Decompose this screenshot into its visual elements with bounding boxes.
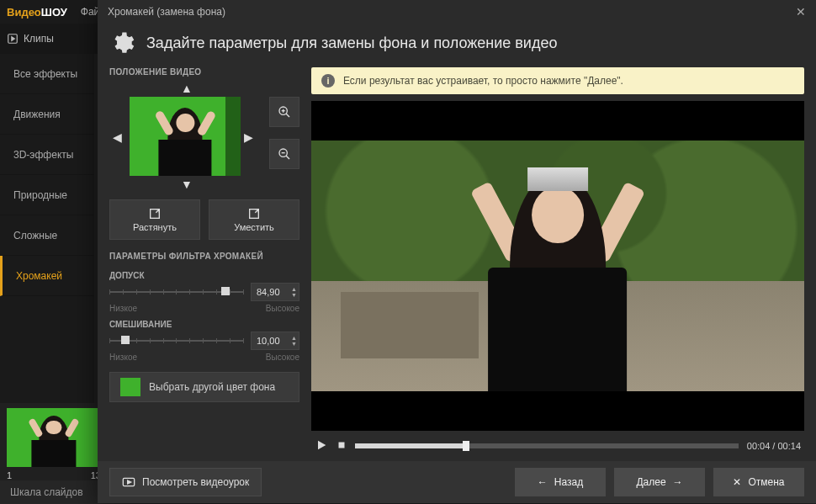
stretch-icon xyxy=(148,207,162,220)
composited-person-icon xyxy=(449,153,666,391)
stop-icon xyxy=(336,440,347,450)
sidebar-item-all-effects[interactable]: Все эффекты xyxy=(0,54,94,94)
clips-label: Клипы xyxy=(24,33,54,45)
seek-bar[interactable] xyxy=(355,443,739,448)
video-preview[interactable] xyxy=(311,101,804,431)
zoom-in-button[interactable] xyxy=(269,97,299,127)
sidebar-item-motion[interactable]: Движения xyxy=(0,94,94,135)
settings-panel: ПОЛОЖЕНИЕ ВИДЕО ▲ ▼ ◀ ▶ xyxy=(109,67,299,461)
svg-marker-16 xyxy=(128,480,131,484)
hint-text: Если результат вас устраивает, то просто… xyxy=(343,75,623,87)
arrow-up-button[interactable]: ▲ xyxy=(181,82,193,95)
info-icon: i xyxy=(321,74,335,88)
main-menu[interactable]: Фай xyxy=(81,6,100,18)
arrow-left-icon: ← xyxy=(538,476,548,488)
sidebar-item-3d[interactable]: 3D-эффекты xyxy=(0,135,94,175)
position-preview[interactable] xyxy=(130,97,241,176)
tolerance-spinner[interactable]: 84,90 ▲▼ xyxy=(251,283,299,301)
dialog-close-button[interactable]: ✕ xyxy=(796,5,806,19)
arrow-right-icon: → xyxy=(673,476,683,488)
fit-button[interactable]: Уместить xyxy=(209,199,299,240)
time-display: 00:04 / 00:14 xyxy=(747,441,801,451)
play-icon xyxy=(315,438,328,452)
blend-slider[interactable] xyxy=(109,331,244,351)
chromakey-params-heading: ПАРАМЕТРЫ ФИЛЬТРА ХРОМАКЕЙ xyxy=(109,252,299,261)
sidebar-item-chromakey[interactable]: Хромакей xyxy=(0,256,94,296)
play-button[interactable] xyxy=(315,438,328,454)
gear-icon xyxy=(109,30,135,56)
hint-bar: i Если результат вас устраивает, то прос… xyxy=(311,67,804,94)
cancel-button[interactable]: ✕ Отмена xyxy=(713,468,804,496)
stretch-button[interactable]: Растянуть xyxy=(109,199,200,240)
app-logo: ВидеоШОУ xyxy=(7,6,67,19)
close-icon: ✕ xyxy=(733,476,741,488)
dialog-header: Задайте параметры для замены фона и поло… xyxy=(98,24,816,67)
svg-rect-14 xyxy=(339,442,345,448)
thumbnail-person-icon xyxy=(25,413,82,467)
video-icon xyxy=(122,476,135,488)
menu-file[interactable]: Фай xyxy=(81,6,100,18)
tutorial-button[interactable]: Посмотреть видеоурок xyxy=(109,468,262,496)
arrow-right-button[interactable]: ▶ xyxy=(244,130,253,144)
arrow-left-button[interactable]: ◀ xyxy=(113,130,122,144)
dialog-titlebar: Хромакей (замена фона) ✕ xyxy=(98,0,816,24)
playback-controls: 00:04 / 00:14 xyxy=(311,431,804,461)
chromakey-dialog: Хромакей (замена фона) ✕ Задайте парамет… xyxy=(98,0,816,503)
clips-button[interactable]: Клипы xyxy=(7,33,54,45)
stop-button[interactable] xyxy=(336,440,347,453)
zoom-out-icon xyxy=(278,147,291,161)
position-heading: ПОЛОЖЕНИЕ ВИДЕО xyxy=(109,67,299,77)
preview-frame xyxy=(311,141,804,391)
sidebar-item-complex[interactable]: Сложные xyxy=(0,215,94,256)
svg-line-9 xyxy=(286,156,289,159)
next-button[interactable]: Далее → xyxy=(614,468,705,496)
svg-line-5 xyxy=(286,114,289,117)
position-control: ▲ ▼ ◀ ▶ xyxy=(109,83,299,193)
blend-label: СМЕШИВАНИЕ xyxy=(109,320,299,329)
sidebar-item-nature[interactable]: Природные xyxy=(0,175,94,215)
dialog-window-title: Хромакей (замена фона) xyxy=(108,6,225,18)
play-icon xyxy=(7,33,19,45)
slide-thumbnail[interactable]: 1 13 xyxy=(7,408,101,467)
preview-person-icon xyxy=(151,103,218,176)
dialog-title: Задайте параметры для замены фона и поло… xyxy=(146,34,557,52)
fit-icon xyxy=(247,207,261,220)
svg-marker-13 xyxy=(318,440,326,449)
back-button[interactable]: ← Назад xyxy=(515,468,606,496)
blend-spinner[interactable]: 10,00 ▲▼ xyxy=(251,332,299,350)
pick-color-label: Выбрать другой цвет фона xyxy=(149,381,275,393)
tolerance-slider[interactable] xyxy=(109,282,244,302)
preview-panel: i Если результат вас устраивает, то прос… xyxy=(311,67,804,461)
slide-number: 1 xyxy=(7,470,12,480)
color-swatch xyxy=(120,378,140,396)
pick-bg-color-button[interactable]: Выбрать другой цвет фона xyxy=(109,372,299,402)
arrow-down-button[interactable]: ▼ xyxy=(181,178,193,191)
zoom-in-icon xyxy=(278,105,291,119)
svg-marker-1 xyxy=(12,37,14,41)
dialog-footer: Посмотреть видеоурок ← Назад Далее → ✕ О… xyxy=(98,461,816,503)
zoom-out-button[interactable] xyxy=(269,139,299,169)
tolerance-label: ДОПУСК xyxy=(109,271,299,280)
